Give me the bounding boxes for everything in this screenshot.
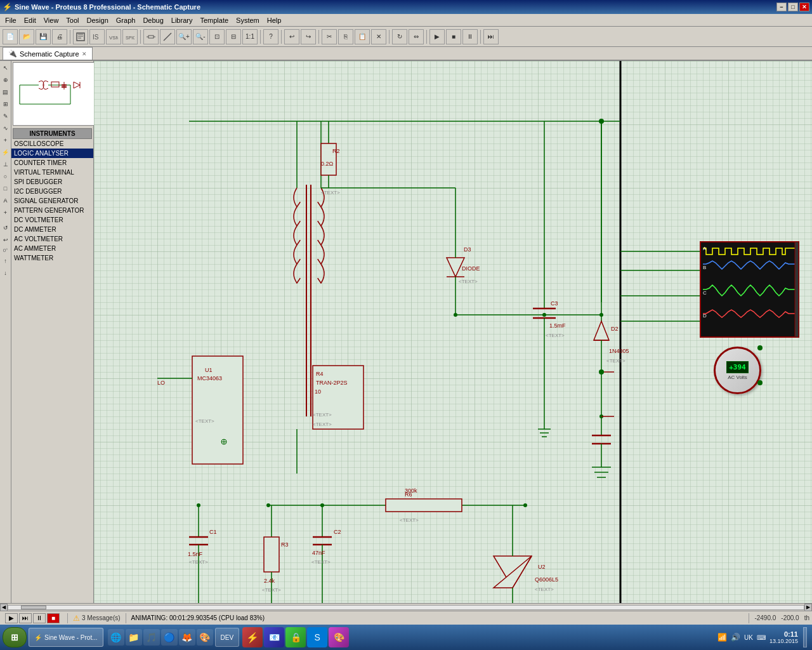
- schematic-tab[interactable]: 🔌 Schematic Capture ✕: [3, 47, 93, 60]
- tray-sound[interactable]: 🔊: [731, 633, 740, 642]
- scroll-right-button[interactable]: ▶: [804, 604, 812, 611]
- zoom-fit-button[interactable]: ⊡: [209, 29, 225, 44]
- toolbar-btn-5[interactable]: [73, 29, 88, 44]
- mode-btn-8[interactable]: ⚡: [0, 147, 11, 158]
- instrument-dc-ammeter[interactable]: DC AMMETER: [11, 225, 93, 234]
- new-button[interactable]: 📄: [3, 29, 18, 44]
- toolbar-btn-8[interactable]: SPICE: [122, 29, 138, 44]
- menu-help[interactable]: Help: [263, 15, 285, 25]
- scroll-left-button[interactable]: ◀: [0, 604, 8, 611]
- app-icon-1[interactable]: ⚡: [242, 627, 263, 647]
- explorer-taskbar-icon[interactable]: 📁: [126, 629, 142, 646]
- mode-btn-5[interactable]: ✎: [0, 110, 11, 122]
- menu-view[interactable]: View: [40, 15, 63, 25]
- cut-button[interactable]: ✂: [322, 29, 337, 44]
- app-icon-3[interactable]: 🔒: [285, 627, 306, 647]
- menu-design[interactable]: Design: [83, 15, 112, 25]
- instrument-oscilloscope[interactable]: OSCILLOSCOPE: [11, 139, 93, 149]
- start-button[interactable]: ⊞: [3, 627, 27, 647]
- sim-run-button[interactable]: ▶: [429, 29, 445, 44]
- horizontal-scrollbar[interactable]: ◀ ▶: [0, 603, 812, 611]
- menu-edit[interactable]: Edit: [20, 15, 40, 25]
- mode-btn-11[interactable]: □: [0, 183, 11, 194]
- mode-btn-6[interactable]: ∿: [0, 123, 11, 134]
- instrument-dc-voltmeter[interactable]: DC VOLTMETER: [11, 215, 93, 225]
- instrument-spi-debugger[interactable]: SPI DEBUGGER: [11, 177, 93, 187]
- help-icon-button[interactable]: ?: [263, 29, 278, 44]
- instrument-ac-voltmeter[interactable]: AC VOLTMETER: [11, 234, 93, 244]
- instrument-ac-ammeter[interactable]: AC AMMETER: [11, 244, 93, 253]
- mode-btn-15[interactable]: ↩: [0, 234, 11, 246]
- system-clock[interactable]: 0:11 13.10.2015: [769, 630, 798, 644]
- instrument-counter-timer[interactable]: COUNTER TIMER: [11, 158, 93, 168]
- menu-template[interactable]: Template: [196, 15, 232, 25]
- menu-tool[interactable]: Tool: [62, 15, 82, 25]
- wire-button[interactable]: [160, 29, 175, 44]
- step-button[interactable]: ⏭: [19, 613, 32, 623]
- menu-graph[interactable]: Graph: [112, 15, 140, 25]
- undo-button[interactable]: ↩: [284, 29, 299, 44]
- stop-button[interactable]: ■: [47, 613, 60, 623]
- mode-btn-7[interactable]: +: [0, 135, 11, 146]
- minimize-button[interactable]: −: [776, 3, 787, 11]
- sim-stop-button[interactable]: ■: [446, 29, 461, 44]
- close-button[interactable]: ✕: [799, 3, 809, 11]
- media-player-taskbar-icon[interactable]: 🎵: [143, 629, 160, 646]
- component-button[interactable]: [143, 29, 159, 44]
- schematic-area[interactable]: TR1 R2 0.2Ω <TEXT>: [94, 61, 812, 603]
- app-icon-5[interactable]: 🎨: [329, 627, 349, 647]
- chrome-taskbar-icon[interactable]: 🔵: [161, 629, 178, 646]
- instrument-pattern-generator[interactable]: PATTERN GENERATOR: [11, 206, 93, 215]
- taskbar-proteus[interactable]: ⚡ Sine Wave - Prot...: [29, 628, 103, 647]
- sim-pause-button[interactable]: ⏸: [462, 29, 478, 44]
- paint-taskbar-icon[interactable]: 🎨: [197, 629, 213, 646]
- app-icon-2[interactable]: 📧: [264, 627, 284, 647]
- maximize-button[interactable]: □: [788, 3, 798, 11]
- menu-system[interactable]: System: [232, 15, 263, 25]
- mode-btn-12[interactable]: A: [0, 195, 11, 206]
- mode-btn-16[interactable]: ↑: [0, 255, 11, 267]
- play-button[interactable]: ▶: [5, 613, 18, 623]
- zoom-area-button[interactable]: ⊟: [226, 29, 241, 44]
- zoom-100-button[interactable]: 1:1: [242, 29, 258, 44]
- menu-library[interactable]: Library: [167, 15, 197, 25]
- scroll-track[interactable]: [8, 605, 804, 610]
- delete-button[interactable]: ✕: [371, 29, 386, 44]
- mode-btn-17[interactable]: ↓: [0, 267, 11, 279]
- app-icon-4[interactable]: S: [307, 627, 327, 647]
- rotate-button[interactable]: ↻: [392, 29, 407, 44]
- show-desktop-button[interactable]: [803, 627, 807, 647]
- print-button[interactable]: 🖨: [52, 29, 67, 44]
- tray-keyboard[interactable]: ⌨: [757, 634, 766, 641]
- mode-btn-4[interactable]: ⊞: [0, 98, 11, 110]
- mode-btn-14[interactable]: ↺: [0, 222, 11, 234]
- toolbar-btn-6[interactable]: IS: [89, 29, 105, 44]
- menu-file[interactable]: File: [1, 15, 20, 25]
- instrument-wattmeter[interactable]: WATTMETER: [11, 253, 93, 263]
- pause-button[interactable]: ⏸: [33, 613, 46, 623]
- menu-debug[interactable]: Debug: [139, 15, 167, 25]
- sim-step-button[interactable]: ⏭: [483, 29, 499, 44]
- mode-btn-13[interactable]: +: [0, 207, 11, 218]
- mode-btn-3[interactable]: ▤: [0, 86, 11, 98]
- taskbar-dev[interactable]: DEV: [215, 628, 240, 647]
- toolbar-btn-7[interactable]: VSM: [106, 29, 121, 44]
- save-button[interactable]: 💾: [36, 29, 51, 44]
- zoom-out-button[interactable]: 🔍-: [193, 29, 208, 44]
- redo-button[interactable]: ↪: [301, 29, 316, 44]
- tab-close-button[interactable]: ✕: [82, 51, 87, 57]
- tray-network[interactable]: 📶: [717, 633, 727, 642]
- mode-btn-9[interactable]: ⊥: [0, 159, 11, 170]
- scroll-thumb[interactable]: [21, 606, 46, 609]
- ie-taskbar-icon[interactable]: 🌐: [108, 629, 124, 646]
- mirror-button[interactable]: ⇔: [409, 29, 424, 44]
- firefox-taskbar-icon[interactable]: 🦊: [179, 629, 195, 646]
- instrument-virtual-terminal[interactable]: VIRTUAL TERMINAL: [11, 168, 93, 177]
- paste-button[interactable]: 📋: [355, 29, 370, 44]
- select-mode-button[interactable]: ↖: [0, 62, 11, 74]
- copy-button[interactable]: ⎘: [338, 29, 353, 44]
- open-button[interactable]: 📂: [19, 29, 34, 44]
- mode-btn-2[interactable]: ⊕: [0, 74, 11, 86]
- mode-btn-10[interactable]: ○: [0, 171, 11, 182]
- zoom-in-button[interactable]: 🔍+: [176, 29, 192, 44]
